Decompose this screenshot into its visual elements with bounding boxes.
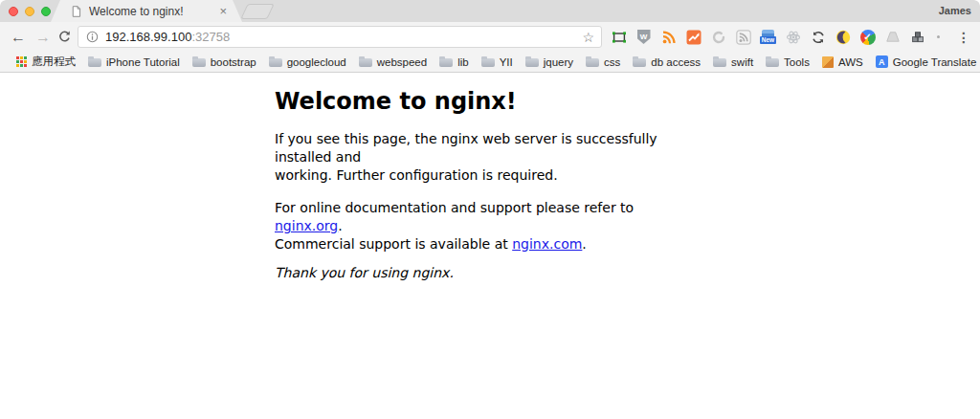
active-tab[interactable]: Welcome to nginx! × [51,0,242,22]
nginx-welcome-content: Welcome to nginx! If you see this page, … [275,87,686,282]
apps-label: 應用程式 [32,55,76,69]
bookmark-folder-iphone-tutorial[interactable]: iPhone Tutorial [88,56,180,68]
chrome-menu-icon[interactable]: ⋮ [951,31,980,44]
bookmark-label: Google Translate [893,56,977,68]
drive-gray-icon[interactable] [884,29,901,45]
bookmark-folder-jquery[interactable]: jquery [525,56,573,68]
bookmark-label: css [604,56,620,68]
page-favicon-icon [70,5,82,18]
reload-button[interactable] [57,30,72,44]
proxy-refresh-icon[interactable] [810,29,826,45]
folder-icon [713,58,726,67]
check-glyph: ✓ [863,33,871,42]
folder-icon [269,58,282,67]
folder-icon [586,58,599,67]
bookmark-label: webspeed [377,56,427,68]
support-paragraph: For online documentation and support ple… [275,199,686,254]
folder-icon [766,58,779,67]
thank-you-text: Thank you for using nginx. [275,264,686,282]
tab-title: Welcome to nginx! [89,5,219,18]
bookmark-folder-yii[interactable]: YII [481,56,513,68]
bookmark-label: Tools [784,56,810,68]
page-title: Welcome to nginx! [275,87,686,116]
bookmark-aws[interactable]: AWS [822,56,863,68]
browser-window: Welcome to nginx! × James ← → 192.168.99… [0,0,980,419]
shield-letter: W [640,33,648,41]
url-host: 192.168.99.100 [105,30,191,44]
bookmark-label: lib [457,56,469,68]
bookmark-folder-bootstrap[interactable]: bootstrap [192,56,256,68]
night-mode-moon-icon[interactable] [835,29,851,45]
url-port: :32758 [191,30,230,44]
toolbar: ← → 192.168.99.100 :32758 ☆ [0,22,980,52]
support-text-1: For online documentation and support ple… [275,200,634,215]
tab-strip: Welcome to nginx! × James [0,0,980,22]
page-viewport: Welcome to nginx! If you see this page, … [0,74,980,419]
extension-row: W [611,29,980,45]
bookmark-google-translate[interactable]: A Google Translate [876,55,977,68]
folder-icon [192,58,206,67]
folder-icon [439,58,453,67]
bookmark-folder-googlecloud[interactable]: googlecloud [269,56,346,68]
bookmark-label: jquery [544,56,573,68]
bookmark-folder-tools[interactable]: Tools [766,56,810,68]
minimize-window-button[interactable] [25,7,34,16]
bookmarks-bar: 應用程式 iPhone Tutorial bootstrap googleclo… [0,52,980,73]
cube-stack-icon[interactable] [909,29,925,45]
bookmark-label: iPhone Tutorial [106,56,180,68]
new-tab-button[interactable] [240,4,274,19]
folder-icon [88,58,101,67]
bookmark-folder-swift[interactable]: swift [713,56,753,68]
zoom-window-button[interactable] [41,7,51,16]
window-controls [9,7,51,16]
back-button[interactable]: ← [6,30,31,45]
rss-orange-icon[interactable] [660,29,677,45]
disabled-extension-icon[interactable] [710,29,726,45]
bookmark-label: swift [731,56,753,68]
screen-capture-icon[interactable] [611,29,627,45]
support-period-2: . [582,236,586,252]
react-devtools-icon[interactable] [785,29,801,45]
bookmark-label: YII [500,56,513,68]
forward-button: → [31,30,56,45]
bookmark-folder-db-access[interactable]: db access [633,56,701,68]
nginx-org-link[interactable]: nginx.org [275,218,338,233]
profile-name[interactable]: James [939,5,971,16]
translate-icon: A [876,55,888,68]
bookmark-label: AWS [838,56,863,68]
page-info-icon[interactable] [86,31,99,43]
new-badge-label: New [760,36,776,45]
bookmark-label: bootstrap [211,56,256,68]
analytics-chart-icon[interactable] [685,29,702,45]
intro-paragraph: If you see this page, the nginx web serv… [275,130,686,185]
close-window-button[interactable] [9,7,18,16]
new-badge-icon[interactable]: New [760,29,776,45]
bookmark-label: db access [651,56,701,68]
wappalyzer-shield-icon[interactable]: W [635,29,652,45]
support-period-1: . [338,218,342,233]
folder-icon [633,58,646,67]
aws-cube-icon [822,56,834,68]
folder-icon [481,58,495,67]
folder-icon [525,58,539,67]
reload-icon [57,30,72,44]
extension-overflow-dot [937,35,940,38]
bookmark-folder-webspeed[interactable]: webspeed [359,56,427,68]
apps-grid-icon [16,56,27,67]
bookmark-folder-lib[interactable]: lib [439,56,469,68]
apps-shortcut[interactable]: 應用程式 [16,55,76,69]
address-bar[interactable]: 192.168.99.100 :32758 ☆ [78,26,602,48]
nginx-com-link[interactable]: nginx.com [512,236,582,252]
support-text-2: Commercial support is available at [275,236,512,252]
rss-gray-icon[interactable] [735,29,751,45]
tab-close-icon[interactable]: × [219,5,227,17]
bookmark-folder-css[interactable]: css [586,56,620,68]
bookmark-star-icon[interactable]: ☆ [582,31,594,44]
folder-icon [359,58,372,67]
check-shield-icon[interactable]: ✓ [859,29,876,45]
bookmark-label: googlecloud [287,56,346,68]
